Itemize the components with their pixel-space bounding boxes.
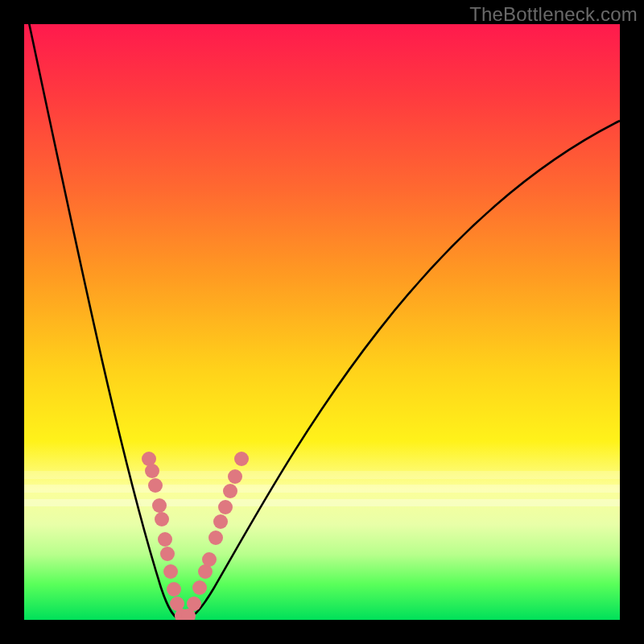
bottleneck-curve-svg — [24, 24, 620, 620]
data-marker — [145, 464, 159, 478]
data-marker — [148, 478, 163, 493]
chart-plot-area — [24, 24, 620, 620]
data-marker — [167, 582, 181, 597]
data-marker — [160, 547, 175, 561]
data-marker — [228, 469, 242, 484]
data-marker — [234, 452, 249, 466]
watermark-text: TheBottleneck.com — [469, 3, 638, 26]
data-marker — [218, 500, 233, 514]
data-marker — [163, 564, 178, 579]
data-marker — [192, 580, 207, 595]
data-marker — [152, 498, 167, 513]
data-marker — [213, 514, 228, 529]
bottleneck-curve — [24, 24, 620, 620]
data-markers — [142, 452, 249, 620]
data-marker — [155, 512, 169, 526]
data-marker — [202, 552, 217, 567]
data-marker — [158, 532, 172, 547]
data-marker — [187, 597, 201, 611]
data-marker — [208, 530, 223, 545]
data-marker — [223, 484, 237, 498]
